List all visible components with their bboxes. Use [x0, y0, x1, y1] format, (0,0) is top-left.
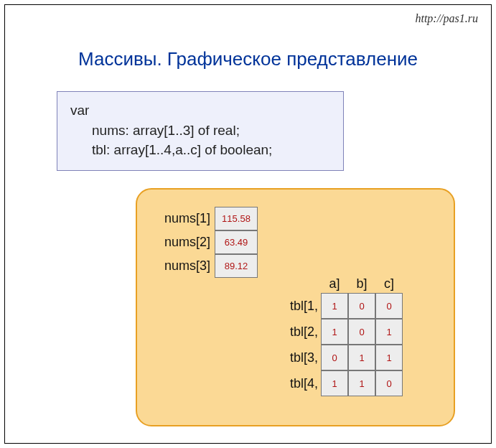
tbl-cell: 1 [375, 319, 403, 345]
tbl-cell: 0 [375, 293, 403, 319]
tbl-cell: 1 [348, 345, 375, 370]
tbl-row-header: tbl[1, [278, 293, 321, 319]
nums-row: nums[3] 89.12 [149, 254, 258, 278]
tbl-row-header: tbl[2, [278, 319, 321, 345]
code-line-var: var [70, 101, 330, 121]
page-title: Массивы. Графическое представление [5, 48, 491, 70]
nums-row: nums[2] 63.49 [149, 230, 258, 254]
code-box: var nums: array[1..3] of real; tbl: arra… [57, 91, 344, 171]
document-frame: http://pas1.ru Массивы. Графическое пред… [4, 4, 492, 444]
tbl-col-header: c] [375, 271, 403, 293]
tbl-cell: 0 [375, 370, 403, 396]
tbl-array: a] b] c] tbl[1, 1 0 0 tbl[2, 1 0 1 tbl[3… [278, 271, 403, 396]
tbl-cell: 1 [321, 293, 348, 319]
tbl-row-header: tbl[3, [278, 345, 321, 370]
tbl-cell: 0 [348, 293, 375, 319]
nums-label: nums[3] [149, 258, 215, 274]
nums-cell: 89.12 [215, 254, 258, 278]
tbl-cell: 1 [348, 370, 375, 396]
tbl-cell: 1 [321, 319, 348, 345]
memory-panel: nums[1] 115.58 nums[2] 63.49 nums[3] 89.… [136, 188, 455, 426]
tbl-cell: 0 [348, 319, 375, 345]
tbl-cell: 0 [321, 345, 348, 370]
tbl-col-header: a] [321, 271, 348, 293]
watermark-text: http://pas1.ru [415, 12, 478, 25]
nums-array: nums[1] 115.58 nums[2] 63.49 nums[3] 89.… [149, 207, 258, 278]
nums-cell: 115.58 [215, 207, 258, 230]
nums-row: nums[1] 115.58 [149, 207, 258, 230]
nums-label: nums[1] [149, 211, 215, 226]
tbl-row-header: tbl[4, [278, 370, 321, 396]
code-line-nums: nums: array[1..3] of real; [70, 121, 330, 141]
code-line-tbl: tbl: array[1..4,a..c] of boolean; [70, 140, 330, 160]
tbl-col-header: b] [348, 271, 375, 293]
tbl-cell: 1 [375, 345, 403, 370]
nums-cell: 63.49 [215, 230, 258, 254]
nums-label: nums[2] [149, 235, 215, 250]
tbl-cell: 1 [321, 370, 348, 396]
